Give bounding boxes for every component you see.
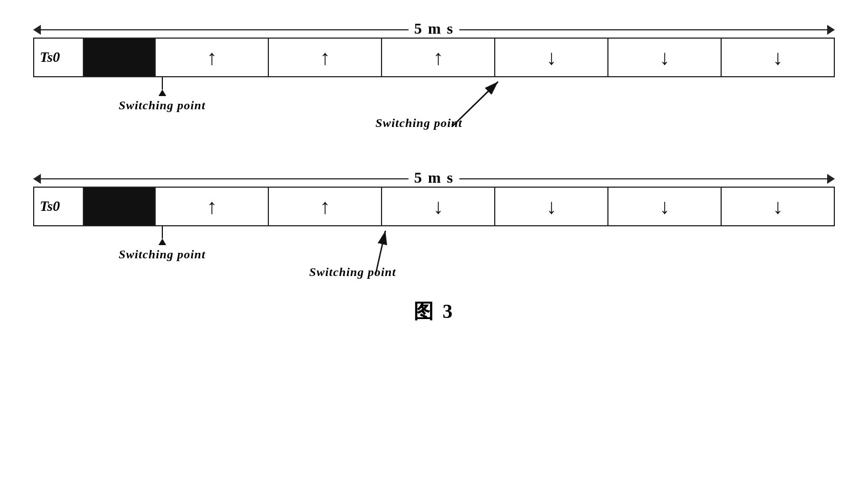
down-arrow-2c: ↓ (659, 196, 670, 217)
cell-down-2d: ↓ (722, 188, 834, 225)
figure-label: 图 3 (414, 298, 455, 325)
annotations-1: Switching point Switching point (33, 77, 835, 138)
cell-down-2b: ↓ (495, 188, 608, 225)
cell-down-2a: ↓ (382, 188, 495, 225)
arrow-right-2 (827, 174, 835, 184)
cell-ts0-1: Ts0 (34, 39, 84, 76)
down-arrow-1c: ↓ (772, 47, 783, 68)
ts-label-1: Ts0 (40, 49, 60, 66)
ann-label-2b: Switching point (309, 265, 396, 279)
span-arrow-1: 5 m s (33, 22, 835, 38)
cell-down-1b: ↓ (608, 39, 722, 76)
arrow-left-1 (33, 25, 41, 35)
span-arrow-2: 5 m s (33, 171, 835, 187)
span-label-1: 5 m s (409, 20, 459, 38)
diagram-1: 5 m s Ts0 ↑ ↑ ↑ ↓ ↓ (33, 22, 835, 138)
down-arrow-2a: ↓ (433, 196, 443, 217)
cell-up-1b: ↑ (269, 39, 382, 76)
arrow-right-1 (827, 25, 835, 35)
annotations-2: Switching point Switching point (33, 226, 835, 287)
ann-label-1b: Switching point (375, 116, 462, 130)
cell-black-1 (84, 39, 156, 76)
up-arrow-1c: ↑ (433, 47, 443, 68)
cell-up-1c: ↑ (382, 39, 495, 76)
up-arrow-2a: ↑ (207, 196, 217, 217)
arrow-left-2 (33, 174, 41, 184)
up-arrow-2b: ↑ (320, 196, 330, 217)
cell-ts0-2: Ts0 (34, 188, 84, 225)
cell-up-2a: ↑ (156, 188, 269, 225)
up-arrow-1b: ↑ (320, 47, 330, 68)
cell-down-1c: ↓ (722, 39, 834, 76)
cell-black-2 (84, 188, 156, 225)
down-arrow-2b: ↓ (546, 196, 557, 217)
page-container: 5 m s Ts0 ↑ ↑ ↑ ↓ ↓ (0, 0, 868, 504)
cell-up-1a: ↑ (156, 39, 269, 76)
span-label-2: 5 m s (409, 169, 459, 187)
down-arrow-1a: ↓ (546, 47, 557, 68)
diagram-2: 5 m s Ts0 ↑ ↑ ↓ ↓ ↓ (33, 171, 835, 287)
figure-label-text: 图 3 (414, 300, 455, 322)
down-arrow-2d: ↓ (772, 196, 783, 217)
cell-up-2b: ↑ (269, 188, 382, 225)
down-arrow-1b: ↓ (659, 47, 670, 68)
frame-row-1: Ts0 ↑ ↑ ↑ ↓ ↓ ↓ (33, 38, 835, 77)
cell-down-1a: ↓ (495, 39, 608, 76)
up-arrow-1a: ↑ (207, 47, 217, 68)
ts-label-2: Ts0 (40, 198, 60, 215)
cell-down-2c: ↓ (608, 188, 722, 225)
frame-row-2: Ts0 ↑ ↑ ↓ ↓ ↓ ↓ (33, 187, 835, 226)
diag-arrow-svg-2 (33, 226, 835, 287)
